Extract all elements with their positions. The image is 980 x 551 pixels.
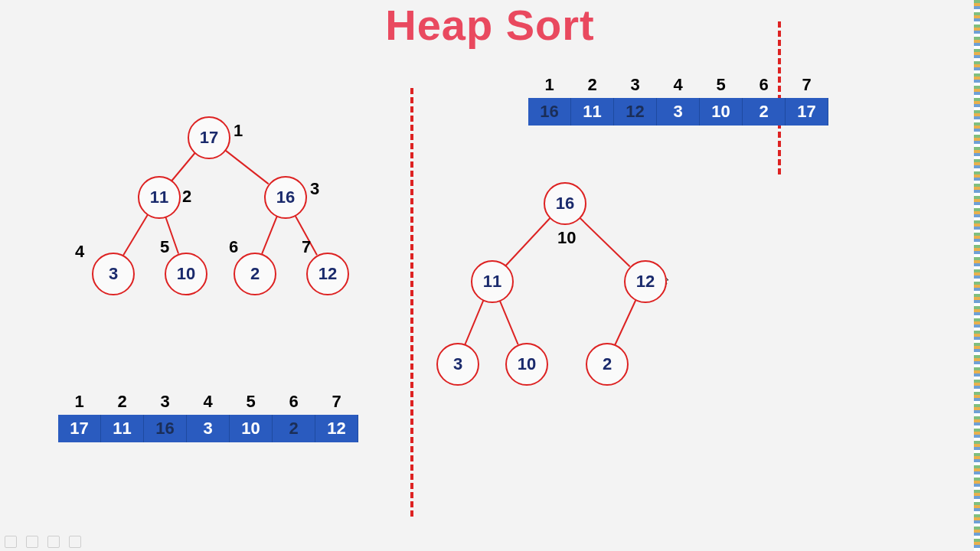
array-index: 1: [528, 75, 571, 95]
right-array-indices: 1234567: [528, 75, 828, 95]
tree-node: 17: [188, 116, 230, 159]
array-cell: 12: [315, 415, 358, 442]
tree-node-index: 1: [234, 121, 243, 141]
svg-line-2: [123, 214, 148, 256]
slide: { "title": "Heap Sort", "annotation_belo…: [0, 0, 980, 551]
array-cell: 11: [571, 98, 614, 126]
array-index: 4: [657, 75, 700, 95]
svg-line-4: [262, 216, 277, 254]
array-cell: 16: [144, 415, 187, 442]
tree-node: 11: [138, 176, 181, 219]
tree-node: 16: [544, 182, 586, 225]
array-index: 6: [743, 75, 786, 95]
array-cell: 17: [58, 415, 101, 442]
slides-icon: [47, 536, 60, 548]
divider-center: [410, 88, 413, 517]
array-cell: 2: [743, 98, 786, 126]
array-index: 5: [700, 75, 743, 95]
svg-line-6: [505, 218, 550, 266]
page-title: Heap Sort: [0, 0, 980, 50]
array-index: 2: [571, 75, 614, 95]
tree-node-index: 6: [229, 237, 238, 257]
annotation-root-subscript: 10: [557, 228, 576, 248]
scrub-strip: [974, 0, 980, 551]
left-array-indices: 1234567: [58, 392, 358, 412]
tree-node: 12: [624, 260, 667, 303]
svg-line-9: [499, 300, 518, 344]
array-index: 3: [614, 75, 657, 95]
array-cell: 2: [273, 415, 315, 442]
tree-node: 2: [234, 253, 276, 295]
array-index: 6: [273, 392, 315, 412]
array-index: 7: [786, 75, 828, 95]
array-index: 7: [315, 392, 358, 412]
right-array: 161112310217: [528, 98, 828, 126]
array-cell: 10: [700, 98, 743, 126]
tree-node-index: 2: [182, 187, 191, 207]
tree-node: 10: [165, 253, 207, 295]
tree-node-index: 7: [302, 237, 311, 257]
tree-node: 3: [436, 343, 479, 386]
tree-node: 11: [471, 260, 514, 303]
pen-icon: [5, 536, 17, 548]
svg-line-7: [579, 217, 629, 266]
svg-line-10: [615, 300, 635, 345]
array-index: 3: [144, 392, 187, 412]
array-cell: 12: [614, 98, 657, 126]
tree-node-index: 4: [75, 242, 84, 262]
tree-node: 2: [586, 343, 629, 386]
array-cell: 16: [528, 98, 571, 126]
array-cell: 10: [230, 415, 273, 442]
array-index: 4: [187, 392, 230, 412]
left-array: 171116310212: [58, 415, 358, 442]
tree-node: 3: [92, 253, 135, 295]
tree-node: 16: [264, 176, 307, 219]
array-index: 5: [230, 392, 273, 412]
next-icon: [69, 536, 81, 548]
tree-node-index: 3: [310, 179, 319, 199]
array-cell: 11: [101, 415, 144, 442]
svg-line-0: [172, 153, 194, 181]
tree-node: 12: [306, 253, 349, 295]
svg-line-1: [224, 150, 268, 184]
tree-node-index: 5: [160, 237, 169, 257]
array-cell: 17: [786, 98, 828, 126]
array-cell: 3: [657, 98, 700, 126]
array-cell: 3: [187, 415, 230, 442]
svg-line-8: [465, 300, 483, 344]
footer-icons: [5, 536, 81, 548]
tree-node: 10: [505, 343, 548, 386]
array-index: 2: [101, 392, 144, 412]
pointer-icon: [26, 536, 38, 548]
array-index: 1: [58, 392, 101, 412]
